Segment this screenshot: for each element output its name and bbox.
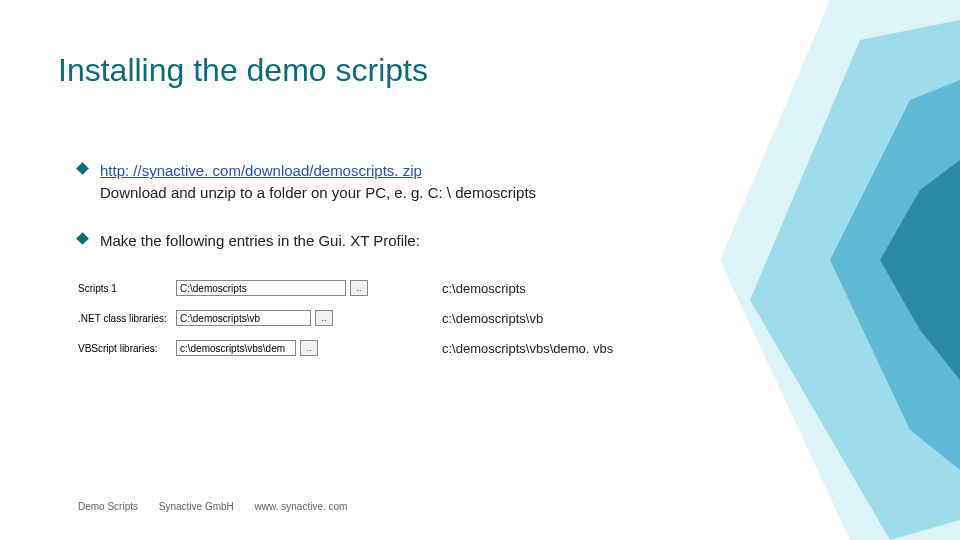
bullet-download: http: //synactive. com/download/demoscri… xyxy=(78,160,778,204)
path-text: c:\demoscripts xyxy=(442,281,526,296)
field-group: .NET class libraries: .. xyxy=(78,310,378,326)
page-title: Installing the demo scripts xyxy=(58,52,428,89)
field-label: VBScript libraries: xyxy=(78,343,170,354)
field-group: Scripts 1 .. xyxy=(78,280,378,296)
footer-center: Synactive GmbH xyxy=(159,501,234,512)
field-label: Scripts 1 xyxy=(78,283,170,294)
profile-entries: Scripts 1 .. c:\demoscripts .NET class l… xyxy=(78,280,718,370)
profile-instruction: Make the following entries in the Gui. X… xyxy=(100,232,420,249)
svg-marker-3 xyxy=(880,160,960,380)
download-desc: Download and unzip to a folder on your P… xyxy=(100,184,536,201)
field-label: .NET class libraries: xyxy=(78,313,170,324)
svg-marker-2 xyxy=(830,80,960,470)
footer-right: www. synactive. com xyxy=(255,501,348,512)
browse-button[interactable]: .. xyxy=(300,340,318,356)
bullet-icon xyxy=(76,232,89,245)
browse-button[interactable]: .. xyxy=(350,280,368,296)
content-area: http: //synactive. com/download/demoscri… xyxy=(78,160,778,277)
svg-marker-1 xyxy=(750,20,960,540)
entry-row: Scripts 1 .. c:\demoscripts xyxy=(78,280,718,296)
netlib-input[interactable] xyxy=(176,310,311,326)
bullet-icon xyxy=(76,162,89,175)
bullet-profile: Make the following entries in the Gui. X… xyxy=(78,230,778,252)
footer: Demo Scripts Synactive GmbH www. synacti… xyxy=(78,501,365,512)
path-text: c:\demoscripts\vbs\demo. vbs xyxy=(442,341,613,356)
path-text: c:\demoscripts\vb xyxy=(442,311,543,326)
entry-row: VBScript libraries: .. c:\demoscripts\vb… xyxy=(78,340,718,356)
entry-row: .NET class libraries: .. c:\demoscripts\… xyxy=(78,310,718,326)
vbscript-input[interactable] xyxy=(176,340,296,356)
browse-button[interactable]: .. xyxy=(315,310,333,326)
scripts1-input[interactable] xyxy=(176,280,346,296)
footer-left: Demo Scripts xyxy=(78,501,138,512)
download-link[interactable]: http: //synactive. com/download/demoscri… xyxy=(100,162,422,179)
field-group: VBScript libraries: .. xyxy=(78,340,378,356)
